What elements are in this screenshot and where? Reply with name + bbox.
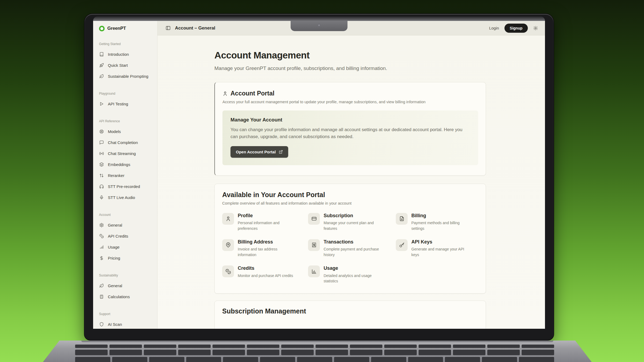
keyboard [75, 345, 554, 362]
feature-transactions: Transactions Complete payment and purcha… [308, 239, 396, 257]
feature-credits: Credits Monitor and purchase API credits [222, 265, 308, 284]
sidebar-item-chat-completion[interactable]: Chat Completion [99, 137, 157, 148]
rocket-icon [99, 63, 104, 68]
manage-account-body: You can change your profile information … [230, 126, 470, 141]
open-account-portal-button[interactable]: Open Account Portal [230, 146, 288, 158]
brand-logo[interactable]: GreenPT [99, 25, 157, 32]
gear-icon [99, 223, 104, 227]
features-title: Available in Your Account Portal [222, 191, 478, 199]
sidebar-section-support: Support AI Scan [99, 311, 157, 329]
arrow-up-down-icon [99, 173, 104, 178]
features-grid: Profile Personal information and prefere… [222, 213, 478, 284]
feature-profile: Profile Personal information and prefere… [222, 213, 308, 231]
subscription-management-card: Subscription Management [214, 301, 486, 329]
section-label: Account [99, 212, 157, 217]
sidebar-item-account-general[interactable]: General [99, 220, 157, 231]
sidebar-item-stt-live-audio[interactable]: STT Live Audio [99, 192, 157, 203]
greenpt-ring-icon [99, 26, 105, 31]
section-label: Getting Started [99, 41, 157, 47]
play-icon [99, 102, 104, 106]
sidebar-item-introduction[interactable]: Introduction [99, 49, 157, 60]
sidebar-item-calculations[interactable]: Calculations [99, 291, 157, 302]
user-icon [222, 91, 228, 96]
account-portal-header: Account Portal [222, 90, 478, 97]
book-icon [99, 52, 104, 57]
map-pin-icon [222, 239, 234, 251]
calculator-icon [99, 294, 104, 299]
bar-chart-icon [99, 245, 104, 249]
camera-icon [317, 24, 321, 27]
sidebar: GreenPT Getting Started Introduction Qui… [93, 21, 158, 329]
feature-subscription: Subscription Manage your current plan an… [308, 213, 396, 231]
features-subtitle: Complete overview of all features and in… [222, 201, 478, 205]
radio-icon [99, 151, 104, 156]
features-card: Available in Your Account Portal Complet… [214, 184, 486, 294]
coins-icon [222, 265, 234, 277]
sidebar-item-stt-pre-recorded[interactable]: STT Pre-recorded [99, 181, 157, 192]
sidebar-item-ai-scan[interactable]: AI Scan [99, 319, 157, 329]
dollar-icon [99, 256, 104, 260]
sidebar-item-models[interactable]: Models [99, 126, 157, 137]
feature-usage: Usage Detailed analytics and usage stati… [308, 265, 396, 284]
subscription-management-title: Subscription Management [222, 307, 478, 315]
sidebar-section-account: Account General API Credits Usage Pricin… [99, 212, 157, 264]
sidebar-item-embeddings[interactable]: Embeddings [99, 159, 157, 170]
bezel-glare [93, 16, 545, 21]
receipt-icon [308, 239, 320, 251]
account-portal-card: Account Portal Access your full account … [214, 82, 486, 176]
feature-billing-address: Billing Address Invoice and tax address … [222, 239, 308, 257]
page-subtitle: Manage your GreenPT account profile, sub… [214, 65, 545, 71]
sidebar-item-sustainable-prompting[interactable]: Sustainable Prompting [99, 71, 157, 82]
feature-billing: Billing Payment methods and billing sett… [396, 213, 478, 231]
external-link-icon [279, 150, 283, 154]
message-square-icon [99, 140, 104, 145]
coins-icon [99, 234, 104, 238]
manage-account-title: Manage Your Account [230, 117, 470, 123]
layers-icon [99, 162, 104, 167]
main-column: Account – General Login Signup Account M… [158, 21, 545, 329]
sidebar-item-usage[interactable]: Usage [99, 242, 157, 253]
user-icon [222, 213, 234, 225]
section-label: Playground [99, 91, 157, 96]
laptop: GreenPT Getting Started Introduction Qui… [85, 14, 554, 340]
headphones-icon [99, 184, 104, 189]
sidebar-section-getting-started: Getting Started Introduction Quick Start… [99, 41, 157, 82]
sun-icon[interactable] [533, 26, 538, 31]
breadcrumb-title: Account – General [175, 25, 215, 31]
leaf-icon [99, 283, 104, 288]
account-portal-title: Account Portal [230, 90, 275, 97]
sidebar-item-api-credits[interactable]: API Credits [99, 231, 157, 242]
notch [291, 21, 347, 31]
page-content: Account Management Manage your GreenPT a… [158, 35, 545, 329]
bar-chart-icon [308, 265, 320, 277]
sidebar-item-pricing[interactable]: Pricing [99, 253, 157, 264]
hinge [81, 341, 553, 342]
leaf-icon [99, 74, 104, 79]
sidebar-toggle-icon[interactable] [166, 25, 171, 31]
sidebar-item-quick-start[interactable]: Quick Start [99, 60, 157, 71]
key-icon [396, 239, 408, 251]
topbar: Account – General Login Signup [158, 21, 545, 35]
feature-api-keys: API Keys Generate and manage your API ke… [396, 239, 478, 257]
topbar-actions: Login Signup [489, 24, 538, 33]
login-link[interactable]: Login [489, 26, 499, 30]
page-title: Account Management [214, 50, 545, 61]
sidebar-section-sustainability: Sustainability General Calculations [99, 273, 157, 302]
sidebar-section-api-reference: API Reference Models Chat Completion Cha… [99, 119, 157, 203]
credit-card-icon [308, 213, 320, 225]
file-text-icon [396, 213, 408, 225]
screen: GreenPT Getting Started Introduction Qui… [93, 21, 545, 329]
sidebar-section-playground: Playground API Testing [99, 91, 157, 109]
mic-icon [99, 195, 104, 200]
section-label: API Reference [99, 119, 157, 124]
sidebar-item-chat-streaming[interactable]: Chat Streaming [99, 148, 157, 159]
sidebar-item-api-testing[interactable]: API Testing [99, 98, 157, 109]
cpu-icon [99, 129, 104, 134]
sidebar-item-reranker[interactable]: Reranker [99, 170, 157, 181]
sidebar-item-sustainability-general[interactable]: General [99, 280, 157, 291]
account-portal-description: Access your full account management port… [222, 100, 478, 104]
signup-button[interactable]: Signup [504, 24, 528, 33]
manage-account-panel: Manage Your Account You can change your … [222, 110, 478, 165]
laptop-base [43, 341, 592, 362]
brand-name: GreenPT [107, 26, 126, 31]
